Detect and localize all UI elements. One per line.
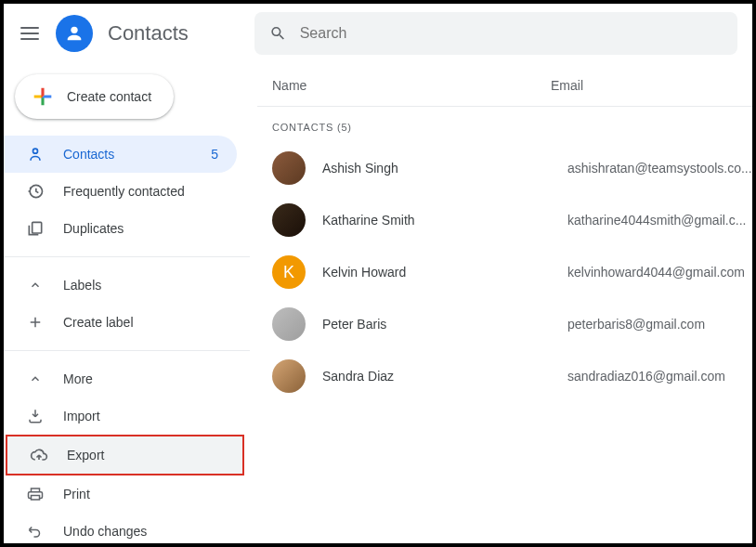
sidebar-item-label: More	[63, 371, 93, 386]
app-logo	[56, 15, 93, 52]
plus-icon	[30, 84, 56, 110]
sidebar-item-label: Labels	[63, 278, 101, 293]
sidebar-item-label: Frequently contacted	[63, 184, 185, 199]
print-icon	[26, 485, 45, 503]
search-input[interactable]	[300, 25, 723, 42]
sidebar-item-label: Duplicates	[63, 221, 124, 236]
contact-name: Sandra Diaz	[322, 369, 551, 384]
contact-name: Katharine Smith	[322, 213, 551, 228]
sidebar-item-undo[interactable]: Undo changes	[4, 513, 237, 547]
contact-name: Peter Baris	[322, 317, 551, 332]
contact-email: ashishratan@teamsystools.co...	[567, 161, 752, 176]
column-email: Email	[551, 78, 583, 93]
contact-row[interactable]: Peter Barispeterbaris8@gmail.com	[257, 298, 756, 350]
cloud-upload-icon	[30, 446, 48, 464]
sidebar-item-print[interactable]: Print	[4, 475, 237, 513]
divider	[4, 350, 250, 351]
contact-name: Kelvin Howard	[322, 265, 551, 280]
sidebar-item-label: Undo changes	[63, 524, 147, 539]
person-icon	[64, 23, 85, 44]
search-bar[interactable]	[254, 12, 737, 55]
plus-small-icon	[26, 313, 45, 332]
sidebar-item-labels[interactable]: Labels	[4, 267, 237, 304]
sidebar-item-label: Create label	[63, 315, 134, 330]
create-contact-label: Create contact	[67, 89, 151, 104]
sidebar-item-duplicates[interactable]: Duplicates	[4, 210, 237, 247]
contact-row[interactable]: Sandra Diazsandradiaz016@gmail.com	[257, 350, 756, 402]
create-contact-button[interactable]: Create contact	[15, 74, 174, 119]
chevron-up-icon	[26, 370, 45, 388]
contact-email: katharine4044smith@gmail.c...	[567, 213, 752, 228]
person-outline-icon	[26, 145, 45, 163]
contact-row[interactable]: Katharine Smithkatharine4044smith@gmail.…	[257, 194, 756, 246]
sidebar-item-more[interactable]: More	[4, 360, 237, 397]
app-title: Contacts	[108, 21, 189, 46]
contact-email: kelvinhoward4044@gmail.com	[567, 265, 752, 280]
avatar	[272, 307, 306, 341]
sidebar-item-label: Print	[63, 487, 90, 501]
undo-icon	[26, 522, 45, 540]
contact-email: peterbaris8@gmail.com	[567, 317, 752, 332]
contacts-section-label: CONTACTS (5)	[257, 107, 756, 142]
contact-row[interactable]: Ashish Singhashishratan@teamsystools.co.…	[257, 142, 756, 194]
contact-email: sandradiaz016@gmail.com	[567, 369, 752, 384]
import-icon	[26, 407, 45, 425]
contact-row[interactable]: KKelvin Howardkelvinhoward4044@gmail.com	[257, 246, 756, 298]
chevron-up-icon	[26, 276, 45, 294]
avatar	[272, 203, 306, 237]
sidebar: Create contact Contacts 5 Frequently con…	[4, 63, 250, 543]
divider	[4, 256, 250, 257]
export-highlight-box: Export	[6, 435, 244, 475]
main-content: Name Email CONTACTS (5) Ashish Singhashi…	[250, 63, 756, 543]
svg-point-0	[71, 27, 77, 33]
svg-rect-3	[33, 222, 42, 233]
avatar: K	[272, 255, 306, 289]
history-icon	[26, 182, 45, 201]
hamburger-menu-icon[interactable]	[19, 22, 41, 45]
avatar	[272, 151, 306, 185]
contacts-count: 5	[211, 147, 218, 162]
duplicates-icon	[26, 219, 45, 238]
column-name: Name	[272, 78, 551, 93]
sidebar-item-import[interactable]: Import	[4, 397, 237, 435]
svg-point-1	[33, 149, 38, 153]
sidebar-item-label: Import	[63, 409, 100, 423]
sidebar-item-contacts[interactable]: Contacts 5	[4, 136, 237, 173]
avatar	[272, 359, 306, 393]
search-icon	[269, 24, 287, 43]
contact-name: Ashish Singh	[322, 161, 551, 176]
sidebar-item-frequently-contacted[interactable]: Frequently contacted	[4, 173, 237, 210]
sidebar-item-label: Contacts	[63, 147, 114, 162]
sidebar-item-export[interactable]: Export	[7, 436, 242, 474]
sidebar-item-create-label[interactable]: Create label	[4, 304, 237, 341]
header: Contacts	[4, 4, 752, 63]
table-header: Name Email	[257, 78, 756, 107]
sidebar-item-label: Export	[67, 448, 104, 462]
